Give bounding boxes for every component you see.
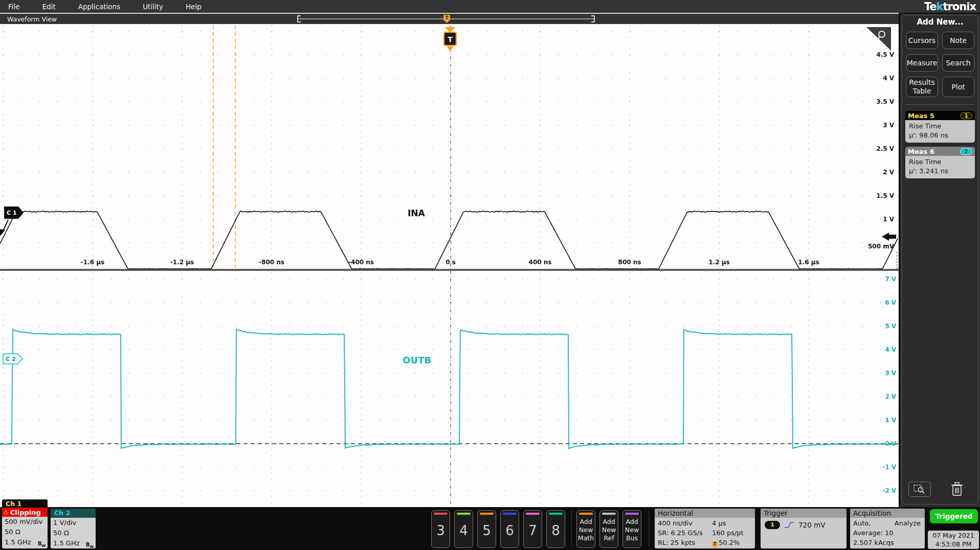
ch2-badge[interactable]: Ch 2 1 V/div50 Ω1.5 GHzBW bbox=[51, 509, 96, 548]
trigger-panel[interactable]: Trigger 1 720 mV bbox=[761, 509, 847, 548]
ch2-setting: 1.5 GHzBW bbox=[51, 538, 96, 548]
sidebar-button-note[interactable]: Note bbox=[942, 32, 974, 49]
traces bbox=[0, 211, 898, 449]
warning-icon: ⚠ bbox=[3, 509, 9, 516]
trace-label-ina: INA bbox=[408, 208, 426, 218]
acquisition-mode: Auto, bbox=[853, 518, 871, 528]
waveform-svg: -1.6 µs-1.2 µs-800 ns-400 ns0 s400 ns800… bbox=[0, 24, 899, 507]
horizontal-panel-title: Horizontal bbox=[655, 509, 755, 518]
channel-button-5[interactable]: 5 bbox=[477, 510, 496, 548]
zoom-mode-button[interactable] bbox=[908, 482, 931, 497]
meas-source-pill: 2 bbox=[960, 148, 972, 155]
meas-badge-meas-5[interactable]: Meas 51Rise Timeµ': 98.06 ns bbox=[905, 111, 975, 143]
minimap-trigger-icon[interactable]: T bbox=[443, 15, 450, 23]
ch2-scale-label: 2 V bbox=[885, 393, 897, 400]
channel-button-4[interactable]: 4 bbox=[454, 510, 473, 548]
ch1-scale-label: 3 V bbox=[883, 122, 895, 129]
oscilloscope-app: FileEditApplicationsUtilityHelp Tektroni… bbox=[0, 0, 980, 550]
sidebar-button-cursors[interactable]: Cursors bbox=[906, 32, 938, 49]
trigger-position-icon: T bbox=[712, 542, 718, 548]
menu-item-applications[interactable]: Applications bbox=[78, 3, 120, 11]
ch1-clipping-warning: ⚠Clipping bbox=[2, 508, 48, 517]
horizontal-setting: 160 ps/pt bbox=[712, 528, 744, 538]
channel-button-6[interactable]: 6 bbox=[500, 510, 519, 548]
bandwidth-icon: BW bbox=[86, 540, 94, 548]
acquisition-panel[interactable]: Acquisition Auto, Analyze Average: 10 2.… bbox=[850, 509, 925, 548]
ch2-setting: 1 V/div bbox=[51, 518, 96, 528]
trash-icon bbox=[951, 482, 963, 496]
waveform-view-titlebar: Waveform View T bbox=[0, 14, 899, 24]
menu-item-edit[interactable]: Edit bbox=[42, 3, 56, 11]
minimap-right-bracket[interactable] bbox=[591, 15, 595, 22]
time-label: 800 ns bbox=[618, 259, 641, 266]
results-sidebar: Add New... CursorsNoteMeasureSearchResul… bbox=[900, 14, 980, 507]
ch2-tab: Ch 2 bbox=[51, 509, 96, 518]
menu-item-file[interactable]: File bbox=[8, 3, 20, 11]
sidebar-button-results-table[interactable]: Results Table bbox=[906, 77, 938, 97]
add-new-ref-button[interactable]: Add New Ref bbox=[599, 510, 618, 548]
date-label: 07 May 2021 bbox=[928, 531, 979, 540]
scale-labels: -1.6 µs-1.2 µs-800 ns-400 ns0 s400 ns800… bbox=[81, 51, 897, 494]
panel-splitter-handle[interactable] bbox=[896, 252, 898, 269]
meas-name: Meas 6 bbox=[908, 148, 934, 155]
ch2-handle-flag[interactable]: C 2 bbox=[3, 354, 23, 364]
svg-text:T: T bbox=[448, 35, 453, 43]
channel-number: 6 bbox=[501, 523, 519, 538]
channel-button-3[interactable]: 3 bbox=[431, 510, 450, 548]
horizontal-panel[interactable]: Horizontal 400 ns/divSR: 6.25 GS/sRL: 25… bbox=[655, 509, 755, 548]
ch1-scale-label: 2.5 V bbox=[876, 145, 894, 152]
trigger-panel-body: 1 720 mV bbox=[761, 518, 847, 529]
ch2-setting: 50 Ω bbox=[51, 528, 96, 538]
ch1-settings-rows: 500 mV/div50 Ω1.5 GHzBW bbox=[2, 517, 48, 547]
sidebar-button-plot[interactable]: Plot bbox=[942, 77, 974, 97]
channel-color-stripe bbox=[457, 513, 471, 515]
meas-type: Rise Time bbox=[909, 122, 971, 131]
add-new-label: Add New Ref bbox=[600, 518, 618, 542]
sidebar-button-search[interactable]: Search bbox=[942, 54, 974, 72]
sidebar-button-measure[interactable]: Measure bbox=[906, 54, 938, 72]
ch2-scale-label: 7 V bbox=[885, 276, 897, 283]
trash-button[interactable] bbox=[948, 480, 966, 498]
ch1-setting: 500 mV/div bbox=[2, 517, 48, 527]
add-new-math-button[interactable]: Add New Math bbox=[576, 510, 595, 548]
channel-color-stripe bbox=[526, 513, 540, 515]
time-label: 0 s bbox=[446, 259, 456, 266]
channel-number: 8 bbox=[547, 523, 565, 538]
menu-item-help[interactable]: Help bbox=[186, 3, 202, 11]
ch1-scale-label: 4.5 V bbox=[876, 51, 894, 58]
add-new-label: Add New Math bbox=[577, 518, 595, 542]
ch1-tab[interactable]: Ch 1 bbox=[2, 499, 48, 508]
ch2-scale-label: -2 V bbox=[882, 487, 897, 494]
ch2-settings-rows: 1 V/div50 Ω1.5 GHzBW bbox=[51, 518, 96, 548]
record-view-minimap[interactable]: T bbox=[0, 14, 899, 24]
meas-badge-body: Rise Timeµ': 98.06 ns bbox=[905, 120, 975, 143]
meas-badge-meas-6[interactable]: Meas 62Rise Timeµ': 3.241 ns bbox=[905, 147, 975, 178]
menu-item-utility[interactable]: Utility bbox=[143, 3, 163, 11]
time-label: 1.6 µs bbox=[798, 259, 819, 266]
meas-source-pill: 1 bbox=[960, 112, 972, 119]
channel-color-stripe bbox=[549, 513, 563, 515]
channel-button-8[interactable]: 8 bbox=[546, 510, 565, 548]
channel-button-7[interactable]: 7 bbox=[523, 510, 542, 548]
tektronix-logo: Tektronix bbox=[924, 1, 976, 13]
horizontal-panel-body: 400 ns/divSR: 6.25 GS/sRL: 25 kpts4 µs16… bbox=[655, 518, 755, 547]
ch1-badge[interactable]: ⚠Clipping 500 mV/div50 Ω1.5 GHzBW bbox=[2, 508, 48, 548]
ch1-handle-flag[interactable]: C 1 bbox=[0, 207, 24, 236]
menu-bar: FileEditApplicationsUtilityHelp Tektroni… bbox=[0, 0, 980, 13]
acquisition-average: Average: 10 bbox=[853, 528, 925, 538]
ch2-scale-label: 3 V bbox=[885, 370, 897, 377]
minimap-left-bracket[interactable] bbox=[297, 15, 301, 22]
trigger-position-flag[interactable]: T bbox=[444, 27, 456, 52]
time-label: -800 ns bbox=[259, 259, 284, 266]
waveform-plot[interactable]: -1.6 µs-1.2 µs-800 ns-400 ns0 s400 ns800… bbox=[0, 24, 899, 507]
trigger-level-arrow[interactable] bbox=[882, 233, 896, 241]
zoom-mode-icon bbox=[914, 484, 926, 494]
channel-number: 7 bbox=[524, 523, 542, 538]
bottombar-divider bbox=[649, 510, 649, 547]
ch1-setting: 1.5 GHzBW bbox=[2, 537, 48, 547]
add-new-bus-button[interactable]: Add New Bus bbox=[622, 510, 641, 548]
sidebar-divider bbox=[905, 104, 975, 105]
ch1-scale-label: 500 mV bbox=[868, 243, 895, 250]
horizontal-setting: 4 µs bbox=[712, 518, 744, 528]
acquisition-panel-title: Acquisition bbox=[850, 509, 925, 518]
